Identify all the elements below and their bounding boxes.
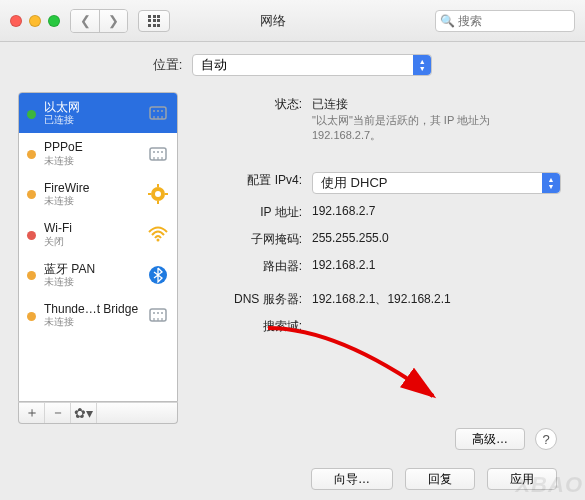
status-dot-icon (27, 231, 36, 240)
location-value: 自动 (201, 56, 227, 74)
service-item[interactable]: 蓝牙 PAN未连接 (19, 255, 177, 295)
svg-point-5 (153, 151, 155, 153)
forward-button[interactable]: ❯ (99, 10, 127, 32)
service-status: 关闭 (44, 236, 139, 248)
remove-service-button[interactable]: － (45, 403, 71, 423)
status-dot-icon (27, 190, 36, 199)
location-label: 位置: (153, 56, 183, 74)
nav-buttons: ❮ ❯ (70, 9, 128, 33)
window-title: 网络 (180, 12, 425, 30)
bluetooth-icon (147, 264, 169, 286)
search-field[interactable]: 🔍 (435, 10, 575, 32)
service-list: 以太网已连接PPPoE未连接FireWire未连接Wi-Fi关闭蓝牙 PAN未连… (18, 92, 178, 402)
service-status: 未连接 (44, 276, 139, 288)
ethernet-icon (147, 102, 169, 124)
svg-point-6 (157, 151, 159, 153)
service-name: Wi-Fi (44, 221, 139, 235)
service-status: 未连接 (44, 155, 139, 167)
status-dot-icon (27, 150, 36, 159)
status-dot-icon (27, 110, 36, 119)
ethernet-icon (147, 143, 169, 165)
service-name: PPPoE (44, 140, 139, 154)
mask-label: 子网掩码: (192, 231, 312, 248)
searchdomain-label: 搜索域: (192, 318, 312, 335)
search-input[interactable] (435, 10, 575, 32)
detail-panel: 状态: 已连接 "以太网"当前是活跃的，其 IP 地址为 192.168.2.7… (192, 92, 567, 424)
revert-button[interactable]: 回复 (405, 468, 475, 490)
status-value: 已连接 (312, 96, 561, 113)
search-icon: 🔍 (440, 14, 455, 28)
back-button[interactable]: ❮ (71, 10, 99, 32)
watermark: XBAO (515, 472, 583, 498)
grid-icon (148, 15, 160, 27)
minimize-icon[interactable] (29, 15, 41, 27)
svg-point-3 (161, 110, 163, 112)
svg-point-10 (157, 239, 160, 242)
service-name: 蓝牙 PAN (44, 262, 139, 276)
searchdomain-value (312, 318, 561, 335)
ethernet-icon (147, 304, 169, 326)
svg-point-2 (157, 110, 159, 112)
status-label: 状态: (192, 96, 312, 144)
service-status: 未连接 (44, 316, 139, 328)
config-ipv4-select[interactable]: 使用 DHCP ▲▼ (312, 172, 561, 194)
dns-value: 192.168.2.1、192.168.2.1 (312, 291, 561, 308)
wifi-icon (147, 223, 169, 245)
config-label: 配置 IPv4: (192, 172, 312, 194)
service-item[interactable]: 以太网已连接 (19, 93, 177, 133)
status-desc: "以太网"当前是活跃的，其 IP 地址为 192.168.2.7。 (312, 113, 561, 144)
service-actions-button[interactable]: ✿▾ (71, 403, 97, 423)
router-value: 192.168.2.1 (312, 258, 561, 275)
service-item[interactable]: Wi-Fi关闭 (19, 214, 177, 254)
add-service-button[interactable]: ＋ (19, 403, 45, 423)
advanced-button[interactable]: 高级… (455, 428, 525, 450)
help-button[interactable]: ? (535, 428, 557, 450)
location-select[interactable]: 自动 ▲▼ (192, 54, 432, 76)
service-status: 未连接 (44, 195, 139, 207)
service-item[interactable]: PPPoE未连接 (19, 133, 177, 173)
zoom-icon[interactable] (48, 15, 60, 27)
status-dot-icon (27, 312, 36, 321)
wizard-button[interactable]: 向导… (311, 468, 393, 490)
config-ipv4-value: 使用 DHCP (321, 174, 387, 192)
service-name: Thunde…t Bridge (44, 302, 139, 316)
service-name: 以太网 (44, 100, 139, 114)
service-status: 已连接 (44, 114, 139, 126)
status-dot-icon (27, 271, 36, 280)
service-item[interactable]: Thunde…t Bridge未连接 (19, 295, 177, 335)
svg-point-1 (153, 110, 155, 112)
ip-value: 192.168.2.7 (312, 204, 561, 221)
svg-point-9 (155, 191, 161, 197)
chevron-updown-icon: ▲▼ (413, 55, 431, 75)
firewire-icon (147, 183, 169, 205)
chevron-updown-icon: ▲▼ (542, 173, 560, 193)
svg-point-14 (157, 312, 159, 314)
show-all-button[interactable] (138, 10, 170, 32)
window-controls[interactable] (10, 15, 60, 27)
svg-point-13 (153, 312, 155, 314)
router-label: 路由器: (192, 258, 312, 275)
service-name: FireWire (44, 181, 139, 195)
service-item[interactable]: FireWire未连接 (19, 174, 177, 214)
mask-value: 255.255.255.0 (312, 231, 561, 248)
svg-point-7 (161, 151, 163, 153)
ip-label: IP 地址: (192, 204, 312, 221)
svg-point-15 (161, 312, 163, 314)
dns-label: DNS 服务器: (192, 291, 312, 308)
close-icon[interactable] (10, 15, 22, 27)
service-tools: ＋ － ✿▾ (18, 402, 178, 424)
